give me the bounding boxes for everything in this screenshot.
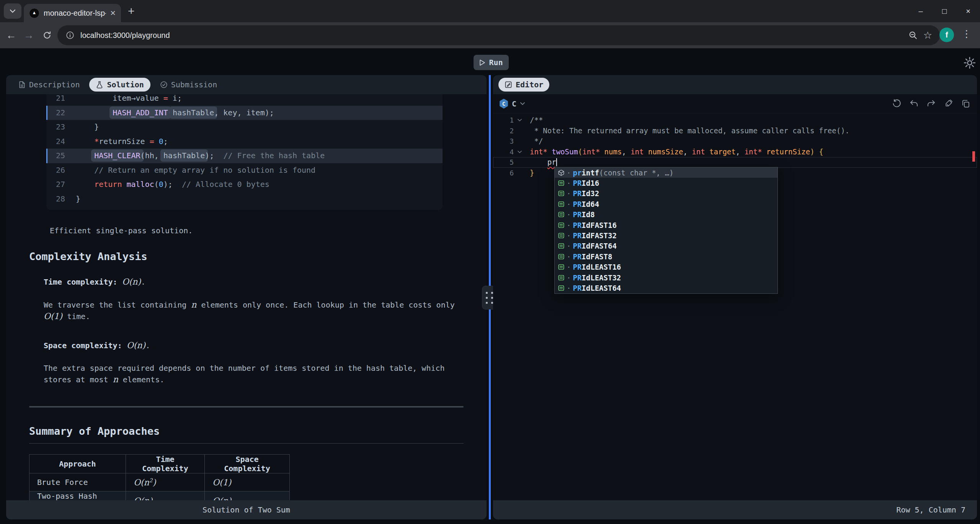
code-line-26: 26 // Return an empty array if no soluti… (46, 163, 443, 178)
browser-menu-icon[interactable]: ⋮ (962, 28, 972, 40)
undo-button[interactable] (909, 98, 919, 109)
summary-heading: Summary of Approaches (29, 425, 464, 444)
copy-code-button[interactable] (960, 98, 971, 109)
approach-cell: Brute Force (29, 473, 126, 491)
text-snippet-icon (558, 211, 565, 218)
section-divider (29, 406, 464, 408)
math-expression: n (191, 300, 196, 309)
solution-content[interactable]: 21 item→value = i;22 HASH_ADD_INT(hashTa… (6, 94, 487, 500)
line-code: } (76, 120, 99, 134)
format-code-button[interactable] (943, 98, 954, 109)
suggestion-PRIdFAST16[interactable]: ·PRIdFAST16 (555, 220, 777, 230)
zoom-out-icon[interactable] (908, 30, 918, 40)
editor-line-5[interactable]: 5 pr (493, 157, 977, 168)
tab-search-button[interactable] (4, 3, 21, 19)
settings-gear-icon[interactable] (963, 56, 976, 69)
line-number: 23 (51, 120, 65, 134)
browser-tab[interactable]: ▲ monaco-editor-lsp-next × (24, 4, 121, 22)
suggestion-PRId32[interactable]: ·PRId32 (555, 188, 777, 199)
solution-code-block: 21 item→value = i;22 HASH_ADD_INT(hashTa… (46, 94, 443, 210)
reload-button[interactable] (41, 29, 54, 42)
code-line-25: 25 HASH_CLEAR(hh, hashTable); // Free th… (46, 149, 443, 163)
editor-line-1[interactable]: 1/** (493, 115, 977, 126)
fold-chevron-icon[interactable] (514, 115, 525, 126)
table-row: Two-pass Hash TableO(n)O(n) (29, 491, 290, 501)
space-complexity-cell: O(n) (205, 491, 290, 501)
separator-dot: · (567, 221, 571, 229)
line-number: 4 (498, 147, 514, 157)
math-expression: O(n2) (134, 478, 156, 487)
editor-body: C C (493, 94, 977, 500)
forward-button[interactable]: → (22, 29, 35, 42)
format-brush-icon (944, 99, 953, 108)
tab-label: Solution (107, 80, 144, 89)
space-complexity-line: Space complexity: O(n). (44, 340, 464, 351)
site-info-icon[interactable] (65, 30, 75, 40)
language-selector[interactable]: C C (499, 99, 525, 109)
separator-dot: · (567, 179, 571, 187)
suggestion-PRIdFAST64[interactable]: ·PRIdFAST64 (555, 241, 777, 251)
suggestion-label: Id64 (581, 200, 599, 208)
math-expression: O(n) (212, 496, 231, 501)
line-number: 6 (498, 168, 514, 178)
url-text[interactable]: localhost:3000/playground (80, 31, 170, 40)
suggestion-label: Id16 (581, 179, 599, 187)
bookmark-star-icon[interactable]: ☆ (923, 29, 932, 41)
copy-icon (961, 99, 970, 108)
suggestion-label: IdFAST16 (581, 221, 617, 229)
code-editor[interactable]: 1/**2 * Note: The returned array must be… (493, 113, 977, 500)
suggestion-PRIdLEAST64[interactable]: ·PRIdLEAST64 (555, 283, 777, 293)
suggestion-PRIdFAST32[interactable]: ·PRIdFAST32 (555, 230, 777, 241)
editor-line-4[interactable]: 4int* twoSum(int* nums, int numsSize, in… (493, 147, 977, 157)
editor-line-3[interactable]: 3 */ (493, 136, 977, 147)
suggestion-PRId64[interactable]: ·PRId64 (555, 199, 777, 209)
editor-toolbar: C C (493, 94, 977, 113)
code-line-21: 21 item→value = i; (46, 94, 443, 106)
suggestion-PRIdLEAST32[interactable]: ·PRIdLEAST32 (555, 272, 777, 283)
matched-text: PR (573, 200, 581, 208)
code-line-22: 22 HASH_ADD_INT(hashTable, key, item); (46, 106, 443, 120)
reset-code-button[interactable] (892, 98, 902, 109)
suggestion-PRId8[interactable]: ·PRId8 (555, 210, 777, 220)
function-cube-icon (558, 169, 565, 176)
suggestion-printf[interactable]: ·printf(const char *, …) (555, 167, 777, 178)
avatar[interactable]: f (939, 28, 954, 42)
window-maximize-icon[interactable]: □ (933, 0, 956, 22)
fold-gutter (514, 126, 525, 136)
suggestion-PRId16[interactable]: ·PRId16 (555, 178, 777, 188)
tab-submission[interactable]: Submission (154, 78, 224, 92)
tab-solution[interactable]: Solution (89, 78, 150, 92)
editor-tabbar: Editor (493, 75, 977, 94)
line-code: HASH_CLEAR(hh, hashTable); // Free the h… (76, 149, 325, 163)
tab-description[interactable]: Description (11, 78, 86, 92)
table-header: Space Complexity (205, 455, 290, 473)
new-tab-button[interactable]: + (128, 5, 135, 18)
fold-gutter (514, 157, 525, 168)
approach-cell: Two-pass Hash Table (29, 491, 126, 501)
redo-button[interactable] (926, 98, 936, 109)
text-segment: time. (62, 312, 90, 321)
time-complexity-line: Time complexity: O(n). (44, 276, 464, 288)
address-bar[interactable]: localhost:3000/playground ☆ (57, 25, 940, 45)
editor-line-2[interactable]: 2 * Note: The returned array must be mal… (493, 126, 977, 136)
code-line-24: 24 *returnSize = 0; (46, 134, 443, 149)
math-expression: O(n) (127, 341, 145, 350)
line-number: 26 (51, 163, 65, 178)
window-close-icon[interactable]: × (956, 0, 980, 22)
text-snippet-icon (558, 284, 565, 291)
suggestion-detail: (const char *, …) (599, 169, 673, 177)
run-button[interactable]: Run (474, 55, 509, 70)
fold-chevron-icon[interactable] (514, 147, 525, 157)
window-minimize-icon[interactable]: – (909, 0, 933, 22)
separator-dot: · (567, 210, 571, 219)
line-code: */ (530, 136, 543, 147)
line-number: 28 (51, 192, 65, 206)
editor-panel: Editor C C (493, 75, 977, 519)
space-complexity-cell: O(1) (205, 473, 290, 491)
tab-editor[interactable]: Editor (498, 78, 549, 92)
tab-close-icon[interactable]: × (110, 8, 116, 18)
suggestion-PRIdFAST8[interactable]: ·PRIdFAST8 (555, 251, 777, 262)
back-button[interactable]: ← (5, 29, 18, 42)
flask-icon (96, 81, 103, 88)
suggestion-PRIdLEAST16[interactable]: ·PRIdLEAST16 (555, 262, 777, 272)
